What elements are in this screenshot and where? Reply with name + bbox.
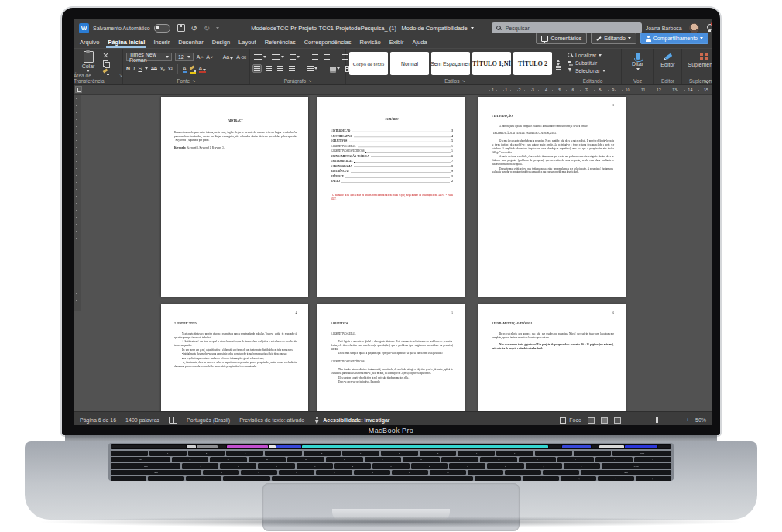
toc-entry[interactable]: ANEXO12 (331, 180, 453, 184)
shading-button[interactable] (329, 66, 341, 72)
toc-entry[interactable]: 4 FUNDAMENTAÇÃO TEÓRICA6 (331, 154, 453, 158)
key[interactable]: ▶ (636, 476, 671, 482)
ribbon-tab[interactable]: Ajuda (412, 39, 427, 46)
bold-button[interactable]: N (126, 66, 130, 71)
ribbon-tab[interactable]: Layout (238, 39, 256, 46)
undo-button[interactable]: ↺ (191, 24, 197, 33)
key[interactable]: , (468, 470, 504, 475)
editing-mode-button[interactable]: Editando (591, 33, 636, 44)
key[interactable]: opt (523, 476, 558, 482)
redo-button[interactable]: ↻ (204, 24, 210, 33)
key[interactable]: F (297, 463, 333, 469)
toc-entry[interactable]: 1 INTRODUÇÃO3 (331, 129, 453, 132)
touchbar-segment[interactable] (218, 445, 227, 448)
dictate-button[interactable]: Ditar (625, 51, 650, 70)
ribbon-tab[interactable]: Exibir (389, 39, 404, 46)
ribbon-tab[interactable]: Correspondências (304, 39, 352, 46)
key[interactable]: Y (365, 457, 402, 462)
page-theory[interactable]: 6 4 FUNDAMENTAÇÃO TEÓRICABreve referênci… (478, 304, 626, 411)
horizontal-ruler[interactable]: 1123456789101112131415 (489, 86, 711, 94)
touchbar-segment[interactable] (592, 445, 598, 448)
zoom-in-button[interactable]: + (686, 417, 689, 423)
key[interactable]: fn (111, 476, 146, 482)
autosave-toggle[interactable] (154, 24, 170, 33)
key[interactable]: 9 (458, 451, 495, 456)
key[interactable]: ctrl (148, 476, 183, 482)
key[interactable]: E (249, 457, 286, 462)
touchbar-segment[interactable] (227, 445, 268, 448)
touchbar-segment[interactable] (658, 445, 671, 448)
key[interactable]: = (574, 451, 611, 456)
chevron-down-icon[interactable] (145, 67, 148, 70)
key[interactable]: I (441, 457, 478, 462)
key[interactable]: ~ (111, 451, 148, 456)
text-effects-button[interactable]: A (183, 66, 187, 71)
key[interactable]: A (182, 463, 218, 469)
key[interactable]: R (287, 457, 324, 462)
page-summary[interactable]: SUMÁRIO 1 INTRODUÇÃO3 2 JUSTIFICATIVA4 (317, 97, 465, 297)
page-introduction[interactable]: 3 1 INTRODUÇÃOA introdução é a parte em … (478, 97, 626, 297)
grow-font-button[interactable]: A˄ (197, 54, 204, 60)
clear-formatting-button[interactable]: A⌫ (236, 54, 246, 60)
key[interactable]: ' (564, 463, 600, 469)
key[interactable]: tab (111, 457, 170, 462)
ribbon-tab[interactable]: Referências (265, 39, 296, 46)
key[interactable]: return (602, 463, 671, 469)
change-case-button[interactable]: Aa (223, 54, 234, 60)
zoom-out-button[interactable]: − (627, 417, 630, 423)
toc-entry[interactable]: APÊNDICE11 (331, 174, 453, 178)
toc-entry[interactable]: 6 CRONOGRAMA8 (331, 164, 453, 168)
key[interactable] (272, 476, 473, 482)
key[interactable]: C (279, 470, 315, 475)
page-indicator[interactable]: Página 6 de 16 (80, 417, 116, 423)
key[interactable]: ] (595, 457, 633, 462)
highlight-button[interactable] (190, 66, 196, 72)
lightbulb-icon[interactable] (706, 24, 712, 32)
key[interactable]: X (241, 470, 277, 475)
key[interactable]: 1 (149, 451, 187, 456)
touchbar-segment[interactable] (197, 445, 218, 448)
touchbar-segment[interactable] (562, 445, 591, 448)
justify-button[interactable] (288, 65, 296, 72)
accessibility-status[interactable]: Acessibilidade: investigar (314, 417, 389, 424)
style-option[interactable]: TÍTULO 1;NÍ (472, 52, 511, 75)
style-option[interactable]: Sem Espaçamen (431, 52, 470, 75)
align-left-button[interactable] (253, 65, 261, 72)
align-center-button[interactable] (265, 65, 273, 72)
font-name-select[interactable]: Times New Roman (126, 53, 172, 61)
key[interactable]: W (210, 457, 247, 462)
ribbon-tab[interactable]: Revisão (360, 39, 381, 46)
key[interactable]: D (258, 463, 294, 469)
zoom-level[interactable]: 50% (695, 417, 706, 423)
text-predictions[interactable]: Previsões de texto: ativado (239, 417, 304, 423)
key[interactable]: shift (111, 470, 201, 475)
search-input[interactable]: Pesquisar (492, 22, 642, 33)
tab-selector-icon[interactable] (75, 86, 82, 93)
key[interactable]: opt (186, 476, 221, 482)
key[interactable]: J (411, 463, 448, 469)
ribbon-tab[interactable]: Design (212, 39, 230, 46)
ribbon-tab[interactable]: Arquivo (80, 39, 99, 46)
touchbar-segment[interactable] (187, 445, 197, 448)
copy-icon[interactable] (103, 60, 108, 67)
touchbar-segment[interactable] (549, 445, 561, 448)
key[interactable]: shift (581, 470, 671, 475)
key[interactable]: 6 (342, 451, 379, 456)
dialog-launcher-icon[interactable]: ↘ (119, 73, 122, 84)
touchbar-segment[interactable] (111, 445, 186, 448)
dialog-launcher-icon[interactable]: ↘ (192, 78, 195, 84)
gallery-down-icon[interactable] (557, 63, 560, 66)
key[interactable]: / (543, 470, 579, 475)
key[interactable]: cmd (223, 476, 269, 482)
print-layout-icon[interactable] (601, 417, 608, 424)
toc-entry[interactable]: 3.2 OBJETIVOS ESPECÍFICOS5 (331, 149, 453, 153)
ribbon-tab[interactable]: Página Inicial (108, 39, 145, 46)
increase-indent-button[interactable] (323, 53, 331, 60)
key[interactable]: P (519, 457, 556, 462)
key[interactable]: V (316, 470, 352, 475)
decrease-indent-button[interactable] (311, 53, 319, 60)
key[interactable]: M (430, 470, 466, 475)
superscript-button[interactable]: x² (168, 66, 173, 71)
gallery-more-icon[interactable] (556, 67, 561, 68)
key[interactable]: Z (203, 470, 239, 475)
